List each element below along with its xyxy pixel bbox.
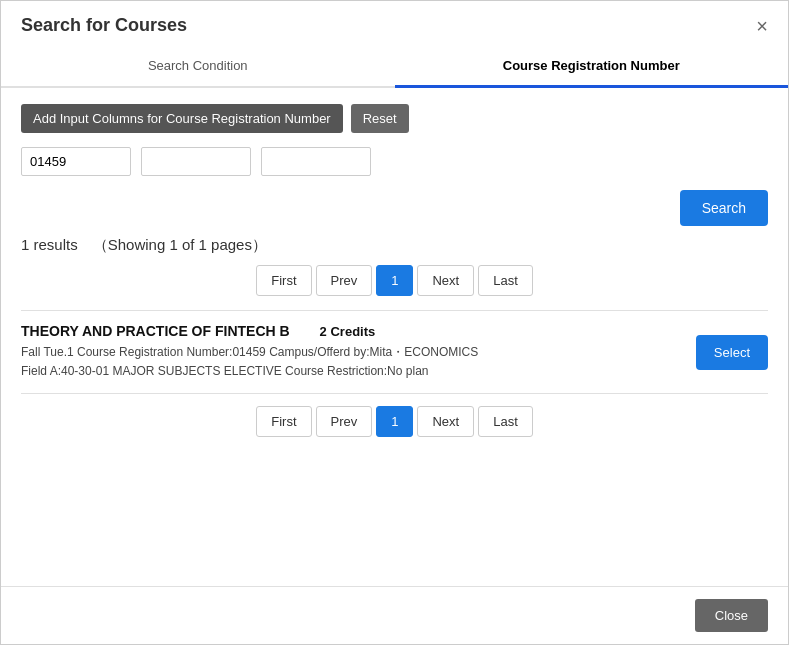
tab-course-reg-number[interactable]: Course Registration Number xyxy=(395,46,789,88)
result-title-row: THEORY AND PRACTICE OF FINTECH B 2 Credi… xyxy=(21,323,680,339)
tab-bar: Search Condition Course Registration Num… xyxy=(1,46,788,88)
modal-title: Search for Courses xyxy=(21,15,187,36)
modal-body: Add Input Columns for Course Registratio… xyxy=(1,88,788,586)
course-number-input-1[interactable] xyxy=(21,147,131,176)
modal-header: Search for Courses × xyxy=(1,1,788,46)
modal-footer: Close xyxy=(1,586,788,644)
results-info: 1 results （Showing 1 of 1 pages） xyxy=(21,236,768,255)
course-number-input-2[interactable] xyxy=(141,147,251,176)
pagination-bottom-prev[interactable]: Prev xyxy=(316,406,373,437)
pagination-bottom: First Prev 1 Next Last xyxy=(21,406,768,437)
select-button[interactable]: Select xyxy=(696,335,768,370)
pagination-bottom-last[interactable]: Last xyxy=(478,406,533,437)
pagination-top-current[interactable]: 1 xyxy=(376,265,413,296)
result-credits: 2 Credits xyxy=(320,324,376,339)
pagination-top-prev[interactable]: Prev xyxy=(316,265,373,296)
search-row: Search xyxy=(21,190,768,226)
pagination-top: First Prev 1 Next Last xyxy=(21,265,768,296)
result-meta-2: Field A:40-30-01 MAJOR SUBJECTS ELECTIVE… xyxy=(21,362,680,381)
course-number-inputs xyxy=(21,147,768,176)
result-name: THEORY AND PRACTICE OF FINTECH B xyxy=(21,323,290,339)
action-bar: Add Input Columns for Course Registratio… xyxy=(21,104,768,133)
pagination-top-first[interactable]: First xyxy=(256,265,311,296)
result-meta-1: Fall Tue.1 Course Registration Number:01… xyxy=(21,343,680,362)
search-courses-modal: Search for Courses × Search Condition Co… xyxy=(0,0,789,645)
close-x-button[interactable]: × xyxy=(756,16,768,36)
close-button[interactable]: Close xyxy=(695,599,768,632)
pagination-bottom-current[interactable]: 1 xyxy=(376,406,413,437)
tab-search-condition[interactable]: Search Condition xyxy=(1,46,395,88)
pagination-top-last[interactable]: Last xyxy=(478,265,533,296)
result-info: THEORY AND PRACTICE OF FINTECH B 2 Credi… xyxy=(21,323,680,381)
result-card: THEORY AND PRACTICE OF FINTECH B 2 Credi… xyxy=(21,310,768,394)
search-button[interactable]: Search xyxy=(680,190,768,226)
reset-button[interactable]: Reset xyxy=(351,104,409,133)
pagination-bottom-first[interactable]: First xyxy=(256,406,311,437)
add-input-columns-button[interactable]: Add Input Columns for Course Registratio… xyxy=(21,104,343,133)
pagination-top-next[interactable]: Next xyxy=(417,265,474,296)
course-number-input-3[interactable] xyxy=(261,147,371,176)
pagination-bottom-next[interactable]: Next xyxy=(417,406,474,437)
